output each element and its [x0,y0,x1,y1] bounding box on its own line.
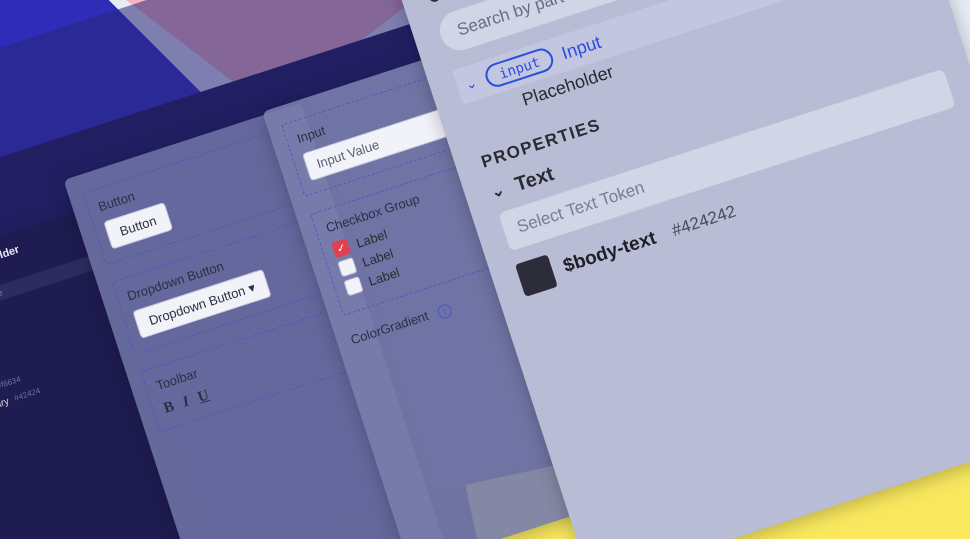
checkbox-icon: ✓ [331,238,351,258]
bold-icon[interactable]: B [161,398,176,417]
promo-stage: Progress ThemeBuilder THEME STYLES Searc… [0,0,970,539]
swatch-name: $secondary [0,395,10,421]
token-name: $body-text [561,227,659,278]
italic-icon[interactable]: I [180,393,191,411]
chevron-down-icon: ⌄ [489,180,507,202]
checkbox-label: Label [366,264,401,288]
tree-label: Input [559,31,604,63]
token-hex: #424242 [669,201,738,240]
info-icon[interactable]: i [435,302,453,320]
color-swatch-icon [515,254,558,297]
chevron-down-icon: ▾ [246,280,257,296]
property-name: Text [512,162,557,196]
checkbox-icon [337,257,357,277]
underline-icon[interactable]: U [196,386,212,406]
checkbox-icon [343,276,363,296]
swatch-code: #42424 [13,386,41,403]
component-title: ColorGradient [349,308,431,347]
chevron-down-icon: ⌄ [463,74,479,93]
